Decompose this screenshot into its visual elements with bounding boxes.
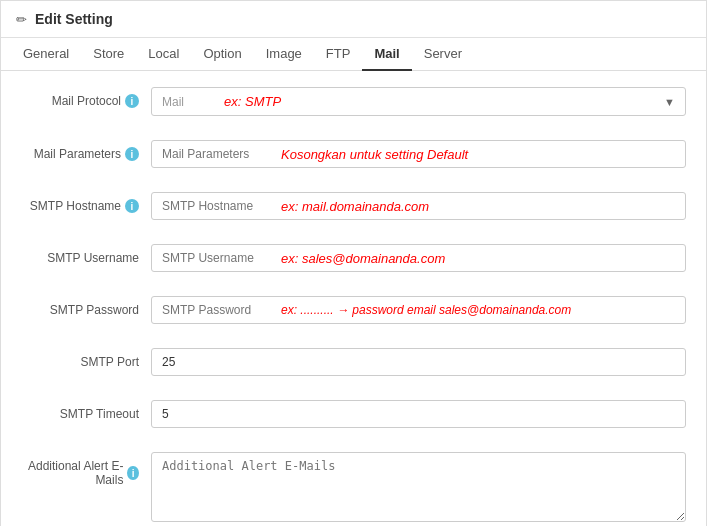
page-header: ✏ Edit Setting (1, 1, 706, 38)
tab-store[interactable]: Store (81, 38, 136, 71)
smtp-hostname-wrapper: ex: mail.domainanda.com (151, 192, 686, 220)
edit-icon: ✏ (16, 12, 27, 27)
mail-parameters-row: Mail Parameters i Kosongkan untuk settin… (21, 134, 686, 174)
mail-protocol-wrapper: Mail ex: SMTP ▼ (151, 87, 686, 116)
content-area: Mail Protocol i Mail ex: SMTP ▼ Mail Par… (1, 71, 706, 526)
smtp-timeout-input[interactable] (151, 400, 686, 428)
smtp-port-row: SMTP Port (21, 342, 686, 382)
tab-general[interactable]: General (11, 38, 81, 71)
tab-local[interactable]: Local (136, 38, 191, 71)
smtp-username-row: SMTP Username ex: sales@domainanda.com (21, 238, 686, 278)
smtp-username-label: SMTP Username (21, 244, 151, 265)
tab-option[interactable]: Option (191, 38, 253, 71)
mail-parameters-wrapper: Kosongkan untuk setting Default (151, 140, 686, 168)
additional-alert-row: Additional Alert E-Mails i (21, 446, 686, 526)
smtp-port-wrapper (151, 348, 686, 376)
mail-protocol-row: Mail Protocol i Mail ex: SMTP ▼ (21, 81, 686, 122)
additional-alert-label: Additional Alert E-Mails i (21, 452, 151, 487)
smtp-hostname-label: SMTP Hostname i (21, 192, 151, 213)
tab-server[interactable]: Server (412, 38, 474, 71)
smtp-username-input[interactable] (151, 244, 686, 272)
smtp-password-row: SMTP Password ex: .......... → password … (21, 290, 686, 330)
mail-protocol-label: Mail Protocol i (21, 87, 151, 108)
mail-parameters-input[interactable] (151, 140, 686, 168)
smtp-timeout-wrapper (151, 400, 686, 428)
additional-alert-info-icon[interactable]: i (127, 466, 139, 480)
tab-mail[interactable]: Mail (362, 38, 411, 71)
tab-ftp[interactable]: FTP (314, 38, 363, 71)
smtp-password-wrapper: ex: .......... → password email sales@do… (151, 296, 686, 324)
smtp-username-wrapper: ex: sales@domainanda.com (151, 244, 686, 272)
smtp-timeout-row: SMTP Timeout (21, 394, 686, 434)
page-title: Edit Setting (35, 11, 113, 27)
smtp-hostname-info-icon[interactable]: i (125, 199, 139, 213)
select-chevron-icon: ▼ (664, 96, 675, 108)
mail-protocol-example: ex: SMTP (224, 94, 281, 109)
smtp-password-label: SMTP Password (21, 296, 151, 317)
mail-parameters-info-icon[interactable]: i (125, 147, 139, 161)
additional-alert-textarea[interactable] (151, 452, 686, 522)
smtp-timeout-label: SMTP Timeout (21, 400, 151, 421)
smtp-hostname-row: SMTP Hostname i ex: mail.domainanda.com (21, 186, 686, 226)
mail-parameters-label: Mail Parameters i (21, 140, 151, 161)
mail-protocol-info-icon[interactable]: i (125, 94, 139, 108)
smtp-port-label: SMTP Port (21, 348, 151, 369)
page-wrapper: ✏ Edit Setting General Store Local Optio… (0, 0, 707, 526)
tabs-bar: General Store Local Option Image FTP Mai… (1, 38, 706, 71)
smtp-password-input[interactable] (151, 296, 686, 324)
smtp-hostname-input[interactable] (151, 192, 686, 220)
additional-alert-wrapper (151, 452, 686, 525)
tab-image[interactable]: Image (254, 38, 314, 71)
smtp-port-input[interactable] (151, 348, 686, 376)
mail-protocol-select[interactable]: Mail ex: SMTP ▼ (151, 87, 686, 116)
